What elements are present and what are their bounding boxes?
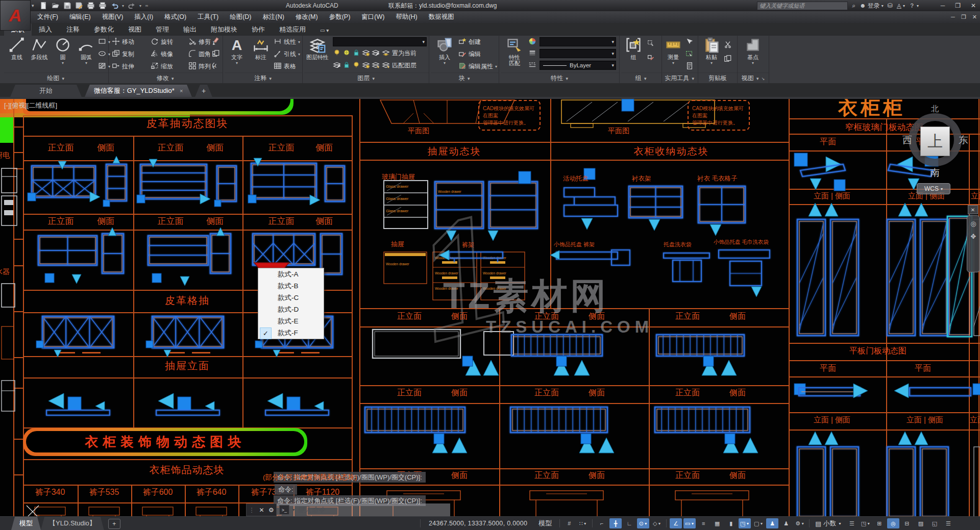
panel-label-properties[interactable]: 特性 ▼: [501, 72, 619, 83]
button-arc-button[interactable]: 圆弧▾: [75, 37, 98, 66]
color-dropdown[interactable]: ▾: [540, 37, 616, 46]
menu-item-1[interactable]: 编辑(E): [64, 11, 96, 23]
cabinet-drawing[interactable]: [217, 166, 236, 201]
command-grip-icon[interactable]: ⋮: [249, 507, 255, 514]
qat-print-icon[interactable]: [99, 2, 107, 10]
viewcube-north-label[interactable]: 北: [931, 104, 939, 114]
button-erase-button[interactable]: [212, 37, 220, 47]
qat-undo-icon[interactable]: [110, 2, 118, 10]
button-circle-button[interactable]: 圆▾: [51, 37, 75, 66]
grip-arrow[interactable]: [574, 360, 590, 375]
button-paste-button[interactable]: 粘贴▾: [700, 37, 723, 66]
cabinet-drawing[interactable]: [698, 186, 745, 223]
help-icon[interactable]: ？▾: [909, 2, 919, 10]
doc-minimize-button[interactable]: ─: [951, 14, 955, 20]
cabinet-drawing[interactable]: [251, 163, 316, 199]
viewcube-south-label[interactable]: 南: [930, 166, 940, 180]
command-close-icon[interactable]: ✕: [259, 507, 264, 514]
button-group-select-button[interactable]: [647, 39, 655, 49]
grip-arrow[interactable]: [254, 158, 262, 166]
context-menu-item-4[interactable]: 款式-E: [258, 315, 324, 327]
layout-tab-yldstudio[interactable]: 【YLD.Studio】: [41, 517, 104, 530]
button-layer-unlock-icon[interactable]: [342, 60, 351, 70]
search-icon[interactable]: ⌕: [852, 2, 855, 9]
grip-square[interactable]: [28, 193, 36, 201]
annotation-settings-icon[interactable]: ⚙▼: [794, 518, 806, 528]
minimize-button[interactable]: ─: [941, 2, 945, 9]
button-create-block-button[interactable]: 创建: [458, 37, 481, 47]
button-layer-iso-icon[interactable]: [333, 60, 341, 70]
grip-arrow[interactable]: [751, 287, 762, 297]
grip-square[interactable]: [834, 180, 845, 191]
grip-square[interactable]: [556, 356, 567, 366]
drawer-elev-drawing[interactable]: [46, 410, 110, 415]
button-rotate-button[interactable]: 旋转: [151, 37, 173, 47]
command-input-placeholder[interactable]: 键入命令: [298, 506, 325, 515]
grip-square[interactable]: [214, 200, 221, 207]
button-layer-match2-icon[interactable]: [372, 60, 380, 70]
ribbon-tab-4[interactable]: 视图: [121, 23, 149, 36]
logo-caret-icon[interactable]: ▾: [32, 3, 34, 8]
button-cut-button[interactable]: [724, 40, 732, 50]
button-calculator-button[interactable]: [685, 61, 694, 71]
grip-arrow[interactable]: [267, 393, 283, 409]
grip-arrow[interactable]: [826, 157, 841, 172]
button-linetype-icon-button[interactable]: [528, 60, 536, 70]
grip-arrow[interactable]: [48, 393, 64, 409]
slab-drawing[interactable]: [910, 388, 971, 396]
ribbon-panel-toggle-icon[interactable]: ▭ ▾: [320, 28, 329, 36]
button-edit-attrib-button[interactable]: 编辑属性▾: [458, 61, 497, 71]
a360-icon[interactable]: ◬ ▾: [897, 2, 905, 9]
grip-square[interactable]: [103, 200, 110, 207]
clean-screen-icon[interactable]: ▨: [915, 518, 927, 528]
button-explode-button[interactable]: [212, 49, 220, 59]
viewcube-top-face[interactable]: 上: [920, 127, 950, 156]
button-group-button[interactable]: 组: [622, 37, 645, 60]
grip-arrow[interactable]: [743, 438, 758, 453]
grip-arrow[interactable]: [158, 393, 174, 409]
cabinet-drawing[interactable]: [152, 316, 224, 348]
button-trim-button[interactable]: 修剪▾: [188, 37, 215, 47]
cabinet-drawing[interactable]: [32, 166, 95, 197]
selection-cycling-toggle[interactable]: ▮: [725, 518, 737, 528]
pants-sketch[interactable]: [35, 507, 65, 516]
bench-drawing[interactable]: [510, 407, 607, 433]
drawing-canvas[interactable]: Glass drawerGlass drawerGlass drawerWood…: [0, 99, 980, 516]
ribbon-tab-2[interactable]: 注释: [59, 23, 87, 36]
menu-item-11[interactable]: 帮助(H): [390, 11, 423, 23]
menu-item-4[interactable]: 格式(O): [159, 11, 192, 23]
grip-square[interactable]: [703, 356, 714, 366]
customization-menu-icon[interactable]: ☰: [942, 518, 954, 528]
menu-item-7[interactable]: 标注(N): [257, 11, 290, 23]
button-table-button[interactable]: 表格: [274, 61, 296, 71]
grip-arrow[interactable]: [205, 401, 214, 411]
button-quick-select-button[interactable]: [685, 37, 694, 47]
button-layer-off-icon[interactable]: [333, 48, 341, 58]
lineweight-dropdown[interactable]: ▾: [540, 49, 616, 58]
fullscreen-icon[interactable]: ◱: [928, 518, 941, 528]
menu-item-2[interactable]: 视图(V): [96, 11, 129, 23]
grip-square[interactable]: [581, 434, 591, 444]
object-snap-tracking-toggle[interactable]: ∠: [670, 518, 682, 528]
panel-label-view[interactable]: 视图 ▼ ↘: [738, 72, 769, 83]
door-panel-drawing[interactable]: [797, 447, 825, 516]
grip-arrow[interactable]: [72, 274, 81, 284]
menu-item-10[interactable]: 窗口(W): [356, 11, 390, 23]
button-move-button[interactable]: 移动: [112, 37, 134, 47]
viewcube-west-label[interactable]: 西: [902, 134, 912, 147]
door-panel-drawing[interactable]: [830, 219, 859, 336]
drawer-elev-drawing[interactable]: [265, 410, 329, 415]
qat-caret-icon[interactable]: ▾: [122, 4, 124, 8]
cabinet-drawing[interactable]: [148, 236, 208, 265]
lineweight-toggle[interactable]: ≡: [697, 518, 709, 528]
door-panel-drawing[interactable]: [797, 219, 825, 336]
grip-arrow[interactable]: [898, 432, 912, 445]
command-caret-icon[interactable]: ▾: [292, 508, 295, 512]
door-panel-drawing[interactable]: [887, 447, 915, 516]
grip-square[interactable]: [45, 273, 54, 283]
pants-sketch[interactable]: [89, 507, 119, 516]
file-tab-start[interactable]: 开始: [10, 85, 82, 97]
viewcube[interactable]: ⌂ 北 西 东 南 上 WCS▾: [892, 100, 980, 202]
annotation-scale-dropdown[interactable]: ▤小数▼: [813, 519, 844, 528]
button-polyline-button[interactable]: 多段线: [28, 37, 51, 60]
